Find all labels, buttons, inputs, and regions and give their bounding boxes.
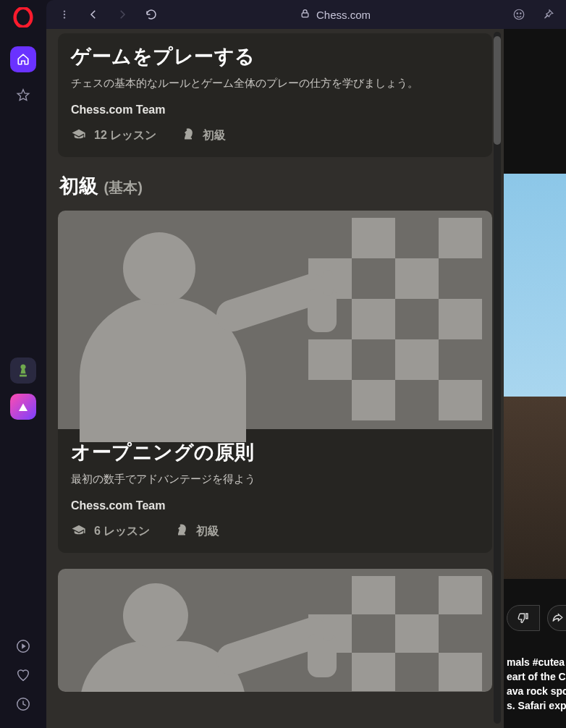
background-caption: mals #cutea eart of the C ava rock spo s… (507, 655, 566, 713)
lock-icon (300, 8, 311, 21)
toolbar-emoji-icon[interactable] (511, 7, 527, 22)
lesson-author: Chess.com Team (71, 499, 479, 512)
lesson-title: オープニングの原則 (71, 439, 479, 465)
address-text: Chess.com (316, 9, 371, 21)
svg-point-7 (64, 17, 65, 18)
lessons-overlay: ゲームをプレーする チェスの基本的なルールとゲーム全体のプレーの仕方を学びましょ… (46, 29, 504, 728)
overlay-scrollbar-thumb[interactable] (494, 36, 501, 145)
lesson-author: Chess.com Team (71, 103, 479, 117)
lesson-meta: 12 レッスン 初級 (71, 127, 479, 144)
svg-point-2 (20, 409, 22, 411)
nav-reload-button[interactable] (143, 7, 159, 22)
nav-forward-button[interactable] (114, 7, 130, 22)
graduation-cap-icon (71, 523, 87, 539)
video-dislike-button[interactable] (507, 605, 540, 631)
lesson-card[interactable]: オープニングの原則 最初の数手でアドバンテージを得よう Chess.com Te… (58, 211, 492, 553)
svg-point-5 (64, 10, 65, 12)
svg-point-6 (64, 14, 65, 15)
knight-icon (174, 522, 189, 540)
sidebar-heart-icon[interactable] (15, 667, 31, 686)
nav-back-button[interactable] (85, 7, 101, 22)
lesson-meta: 6 レッスン 初級 (71, 522, 479, 540)
sidebar-pinned-group (10, 357, 36, 430)
sidebar-app-tile[interactable] (10, 394, 36, 420)
address-bar[interactable]: Chess.com (300, 8, 371, 21)
lesson-card[interactable]: ゲームをプレーする チェスの基本的なルールとゲーム全体のプレーの仕方を学びましょ… (58, 33, 492, 157)
sidebar-home-tile[interactable] (10, 46, 36, 72)
svg-point-0 (15, 8, 32, 27)
opera-sidebar (0, 0, 46, 728)
lesson-subtitle: チェスの基本的なルールとゲーム全体のプレーの仕方を学びましょう。 (71, 77, 479, 90)
lesson-title: ゲームをプレーする (71, 43, 479, 69)
lesson-illustration (58, 211, 492, 429)
sidebar-bookmarks-tile[interactable] (10, 82, 36, 109)
sidebar-bottom-group (15, 638, 31, 715)
opera-logo-icon[interactable] (13, 7, 33, 46)
lesson-subtitle: 最初の数手でアドバンテージを得よう (71, 473, 479, 486)
graduation-cap-icon (71, 127, 87, 143)
svg-rect-1 (20, 375, 27, 377)
lesson-illustration (58, 569, 492, 692)
svg-rect-8 (302, 13, 308, 17)
lesson-card[interactable] (58, 569, 492, 692)
svg-point-9 (514, 9, 524, 20)
browser-toolbar: Chess.com (46, 0, 566, 29)
sidebar-chess-app-tile[interactable] (10, 357, 36, 384)
sidebar-history-icon[interactable] (15, 696, 31, 715)
section-heading: 初級 (基本) (59, 173, 491, 199)
toolbar-pin-icon[interactable] (540, 7, 556, 22)
svg-point-10 (517, 13, 518, 14)
toolbar-menu-icon[interactable] (56, 7, 72, 22)
sidebar-player-icon[interactable] (15, 638, 31, 657)
svg-point-11 (520, 13, 522, 14)
knight-icon (181, 127, 195, 144)
background-video-thumbnail[interactable] (503, 174, 566, 579)
